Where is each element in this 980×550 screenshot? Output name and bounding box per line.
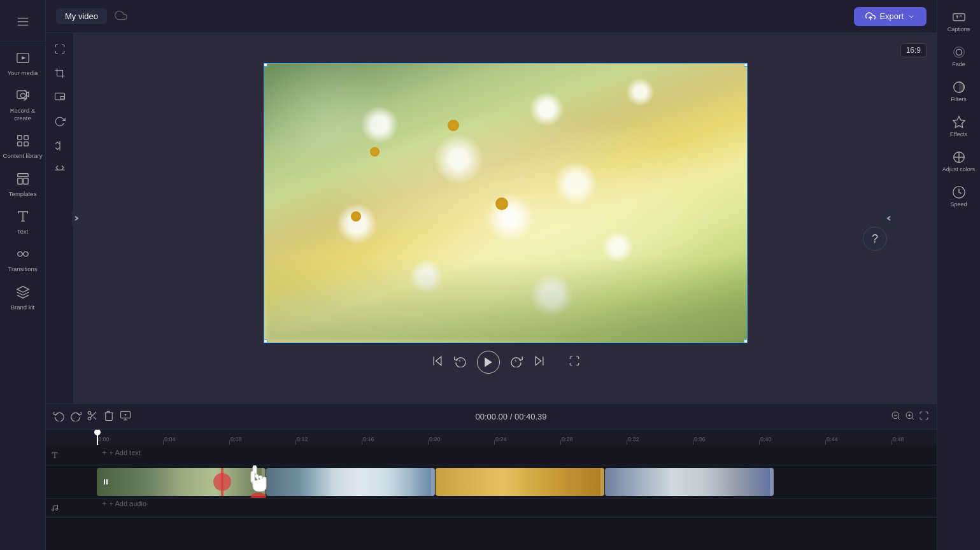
- video-clip-1[interactable]: [97, 468, 266, 496]
- export-label: Export: [879, 11, 904, 21]
- drag-indicator: [221, 468, 224, 496]
- svg-marker-4: [22, 56, 25, 60]
- zoom-out-button[interactable]: [891, 411, 901, 423]
- add-to-timeline-button[interactable]: [120, 410, 131, 424]
- aspect-ratio-badge[interactable]: 16:9: [900, 43, 927, 57]
- help-button[interactable]: ?: [863, 227, 887, 251]
- right-panel-adjust-colors[interactable]: Adjust colors: [937, 145, 980, 178]
- tool-flip-v-icon[interactable]: [49, 159, 71, 181]
- ruler-mark-12: 0:48: [891, 430, 937, 445]
- clip-resize-handle-1[interactable]: [262, 468, 266, 496]
- clip-resize-handle-3[interactable]: [600, 468, 604, 496]
- video-clip-3[interactable]: [436, 468, 604, 496]
- ruler-mark-3: 0:12: [295, 430, 362, 445]
- right-panel-captions[interactable]: Captions: [937, 5, 980, 38]
- zoom-in-button[interactable]: [905, 411, 915, 423]
- ruler-mark-2: 0:08: [229, 430, 295, 445]
- sidebar-item-text[interactable]: Text: [0, 202, 45, 240]
- project-title[interactable]: My video: [56, 8, 107, 24]
- svg-point-5: [20, 94, 25, 98]
- forward-5-icon[interactable]: 5: [510, 355, 523, 370]
- text-track-content: + + Add text: [97, 445, 937, 465]
- add-text-button[interactable]: + + Add text: [97, 445, 937, 460]
- skip-forward-icon[interactable]: [533, 355, 546, 370]
- svg-text:5: 5: [515, 359, 516, 363]
- timeline-tracks: + + Add text: [46, 445, 937, 550]
- svg-marker-27: [536, 356, 541, 365]
- corner-handle-bl[interactable]: [264, 339, 267, 343]
- svg-point-30: [88, 417, 91, 420]
- playback-controls: 5 5: [431, 351, 580, 374]
- clip-pause-1[interactable]: [101, 477, 111, 487]
- scissors-button[interactable]: [87, 410, 98, 424]
- svg-rect-8: [24, 136, 27, 139]
- sidebar-item-your-media[interactable]: Your media: [0, 44, 45, 81]
- tool-rotate-icon[interactable]: [49, 111, 71, 132]
- audio-track-content: + + Add audio: [97, 498, 937, 517]
- tool-panel: [46, 33, 74, 404]
- right-panel-collapse[interactable]: [884, 209, 893, 227]
- ruler-mark-8: 0:32: [627, 430, 693, 445]
- delete-button[interactable]: [103, 410, 115, 424]
- topbar: My video Export: [46, 0, 937, 33]
- timeline-playhead[interactable]: [97, 430, 98, 445]
- fit-timeline-button[interactable]: [919, 411, 929, 423]
- skip-back-icon[interactable]: [431, 355, 444, 370]
- timeline-ruler: 0:000:040:080:120:160:200:240:280:320:36…: [46, 430, 937, 445]
- corner-handle-br[interactable]: [744, 339, 748, 343]
- svg-rect-21: [60, 97, 64, 99]
- tool-pip-icon[interactable]: [49, 87, 71, 108]
- menu-button[interactable]: [0, 10, 45, 33]
- right-panel-filters[interactable]: Filters: [937, 75, 980, 108]
- right-panel-speed[interactable]: Speed: [937, 180, 980, 213]
- cloud-sync-icon: [115, 9, 127, 24]
- sidebar-label-transitions: Transitions: [8, 265, 37, 272]
- tool-fit-icon[interactable]: [49, 38, 71, 60]
- sidebar-item-transitions[interactable]: Transitions: [0, 240, 45, 278]
- tool-flip-h-icon[interactable]: [49, 135, 71, 157]
- video-track-content: [97, 465, 937, 498]
- sidebar-item-brand-kit[interactable]: Brand kit: [0, 278, 45, 316]
- svg-point-17: [23, 252, 27, 257]
- video-clip-4[interactable]: [605, 468, 774, 496]
- sidebar-item-templates[interactable]: Templates: [0, 165, 45, 202]
- clip-resize-handle-4[interactable]: [770, 468, 774, 496]
- sidebar-item-content-library[interactable]: Content library: [0, 127, 45, 164]
- timeline-zoom-controls: [891, 411, 929, 423]
- svg-marker-22: [436, 356, 441, 365]
- sidebar: Your media Record & create Content libra…: [0, 0, 46, 550]
- preview-area: 5 5 16:9: [46, 33, 937, 404]
- ruler-mark-6: 0:24: [494, 430, 560, 445]
- video-clip-2[interactable]: [266, 468, 435, 496]
- tool-crop-icon[interactable]: [49, 62, 71, 84]
- svg-rect-7: [17, 136, 21, 139]
- ruler-mark-7: 0:28: [560, 430, 627, 445]
- svg-rect-10: [24, 142, 27, 146]
- corner-handle-tl[interactable]: [264, 63, 267, 67]
- clip-resize-handle-2[interactable]: [431, 468, 435, 496]
- ruler-mark-0: 0:00: [97, 430, 163, 445]
- play-button[interactable]: [477, 351, 500, 374]
- right-panel-effects[interactable]: Effects: [937, 110, 980, 143]
- sidebar-item-record-create[interactable]: Record & create: [0, 81, 45, 127]
- export-button[interactable]: Export: [854, 7, 927, 26]
- fullscreen-icon[interactable]: [569, 355, 580, 369]
- timeline-time-display: 00:00.00 / 00:40.39: [475, 412, 546, 421]
- svg-line-43: [912, 418, 914, 420]
- main-content: My video Export: [46, 0, 937, 550]
- right-panel-fade[interactable]: Fade: [937, 40, 980, 73]
- rewind-5-icon[interactable]: 5: [454, 355, 467, 370]
- tool-panel-collapse[interactable]: [72, 211, 81, 226]
- svg-line-40: [898, 418, 900, 420]
- svg-point-52: [56, 508, 58, 510]
- add-audio-button[interactable]: + + Add audio: [97, 498, 937, 508]
- svg-point-29: [88, 411, 91, 414]
- corner-handle-tr[interactable]: [744, 63, 748, 67]
- sidebar-label-text: Text: [17, 228, 28, 235]
- redo-button[interactable]: [70, 410, 82, 424]
- sidebar-label-brand-kit: Brand kit: [11, 304, 35, 311]
- timeline-toolbar: 00:00.00 / 00:40.39: [46, 404, 937, 430]
- undo-button[interactable]: [53, 410, 65, 424]
- video-background: [264, 64, 747, 342]
- svg-marker-25: [485, 358, 492, 367]
